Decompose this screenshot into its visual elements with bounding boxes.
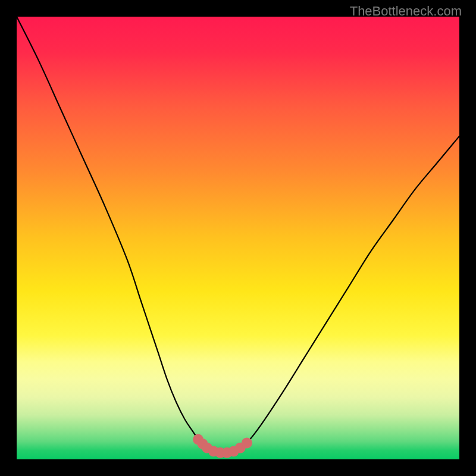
plot-area [17,17,459,459]
highlight-dot [242,437,252,448]
bottleneck-curve [17,17,459,453]
chart-container: TheBottleneck.com [0,0,476,476]
curve-svg [17,17,459,459]
highlight-dots [193,434,252,458]
watermark-text: TheBottleneck.com [350,4,462,19]
